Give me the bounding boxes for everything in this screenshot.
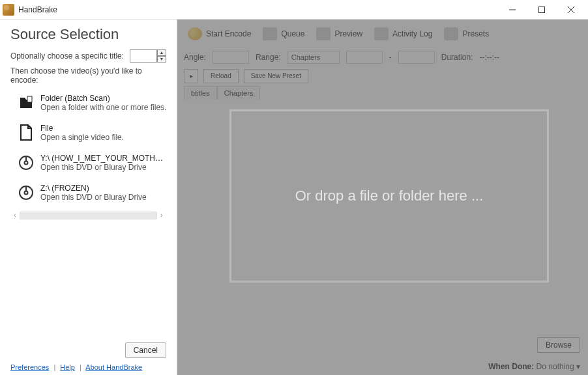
svg-rect-4 (27, 96, 32, 102)
source-option-drive-z[interactable]: Z:\ (FROZEN) Open this DVD or Bluray Dri… (10, 178, 166, 208)
maximize-icon (538, 7, 545, 13)
title-spin-up[interactable]: ▲ (157, 49, 166, 56)
title-selector-label: Optionally choose a specific title: (10, 51, 124, 61)
option-subtitle: Open a folder with one or more files. (40, 103, 166, 112)
minimize-icon (509, 7, 516, 13)
source-option-file[interactable]: File Open a single video file. (10, 118, 166, 148)
disc-icon (17, 154, 35, 172)
source-selection-panel: Source Selection Optionally choose a spe… (0, 20, 177, 375)
preferences-link[interactable]: Preferences (10, 363, 49, 371)
option-title: File (40, 124, 124, 133)
maximize-button[interactable] (527, 1, 556, 19)
footer-links: Preferences | Help | About HandBrake (10, 363, 166, 371)
option-subtitle: Open this DVD or Bluray Drive (40, 193, 147, 202)
folder-icon (17, 94, 35, 112)
disc-icon (17, 184, 35, 202)
scroll-right-icon[interactable]: › (157, 211, 166, 220)
option-title: Y:\ (HOW_I_MET_YOUR_MOTHER_S1_D (40, 154, 166, 163)
drop-zone[interactable]: Or drop a file or folder here ... (229, 109, 549, 283)
drop-zone-message: Or drop a file or folder here ... (295, 188, 484, 204)
help-link[interactable]: Help (60, 363, 75, 371)
option-subtitle: Open this DVD or Bluray Drive (40, 163, 166, 172)
source-option-drive-y[interactable]: Y:\ (HOW_I_MET_YOUR_MOTHER_S1_D Open thi… (10, 148, 166, 178)
option-subtitle: Open a single video file. (40, 133, 124, 142)
scroll-track[interactable] (20, 212, 157, 219)
cancel-button[interactable]: Cancel (125, 342, 166, 358)
minimize-button[interactable] (497, 1, 527, 19)
svg-point-6 (25, 161, 28, 165)
svg-rect-1 (538, 7, 544, 12)
app-icon (3, 4, 14, 16)
svg-point-9 (25, 191, 28, 195)
option-title: Z:\ (FROZEN) (40, 184, 147, 193)
horizontal-scrollbar[interactable]: ‹ › (10, 211, 166, 220)
source-option-folder[interactable]: Folder (Batch Scan) Open a folder with o… (10, 89, 166, 118)
file-icon (17, 124, 35, 142)
title-selector-row: Optionally choose a specific title: ▲ ▼ (10, 49, 166, 62)
close-icon (568, 7, 574, 13)
instruction-text: Then choose the video(s) you'd like to e… (10, 66, 166, 85)
panel-heading: Source Selection (10, 26, 166, 43)
about-link[interactable]: About HandBrake (85, 363, 142, 371)
title-spin-down[interactable]: ▼ (157, 56, 166, 62)
close-button[interactable] (556, 1, 585, 19)
window-title: HandBrake (18, 5, 57, 14)
main-area: Start Encode Queue Preview Activity Log … (177, 20, 588, 375)
window-titlebar: HandBrake (0, 0, 588, 20)
scroll-left-icon[interactable]: ‹ (10, 211, 20, 220)
title-number-input[interactable] (130, 49, 157, 62)
option-title: Folder (Batch Scan) (40, 94, 166, 103)
